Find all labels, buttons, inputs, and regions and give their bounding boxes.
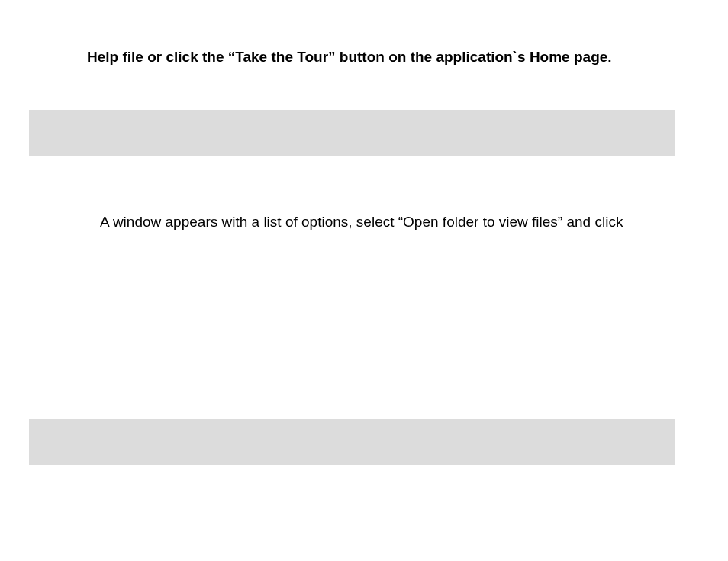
heading-text: Help file or click the “Take the Tour” b… — [87, 49, 612, 66]
gray-separator-bar-top — [29, 110, 675, 156]
instruction-paragraph: A window appears with a list of options,… — [100, 214, 623, 231]
gray-separator-bar-bottom — [29, 419, 675, 465]
